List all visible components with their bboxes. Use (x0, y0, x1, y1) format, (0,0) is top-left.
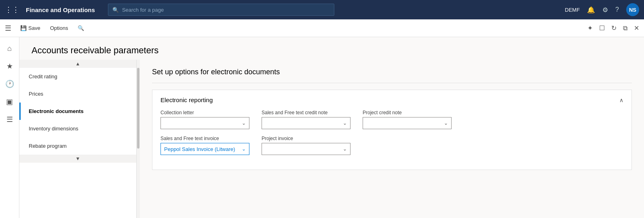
nav-item-inventory-dimensions[interactable]: Inventory dimensions (19, 120, 136, 137)
project-credit-note-group: Project credit note ⌄ (363, 110, 452, 129)
two-col-layout: ▲ Credit rating Prices Electronic docume… (19, 60, 644, 218)
section-divider (152, 83, 632, 83)
sales-free-invoice-group: Sales and Free text invoice Peppol Sales… (160, 136, 249, 155)
sales-free-credit-note-value (265, 120, 343, 126)
cmd-bar-right: ✦ ☐ ↻ ⧉ ✕ (587, 24, 639, 32)
collection-letter-value (164, 120, 242, 126)
collection-letter-label: Collection letter (160, 110, 249, 115)
nav-item-credit-rating[interactable]: Credit rating (19, 68, 136, 85)
sub-section-header: Electronic reporting ∧ (160, 96, 623, 103)
avatar[interactable]: NS (626, 3, 639, 16)
favorites-icon[interactable]: ★ (2, 58, 18, 74)
search-icon: 🔍 (112, 7, 119, 13)
settings-icon[interactable]: ⚙ (602, 6, 608, 14)
personalize-icon[interactable]: ✦ (587, 24, 593, 32)
options-button[interactable]: Options (46, 23, 72, 33)
chevron-down-icon: ⌄ (242, 120, 246, 126)
sales-free-invoice-value: Peppol Sales Invoice (Litware) (164, 146, 242, 152)
search-bar[interactable]: 🔍 Search for a page (108, 4, 334, 16)
env-label: DEMF (565, 7, 580, 13)
side-icon-bar: ⌂ ★ 🕐 ▣ ☰ (0, 37, 19, 218)
project-invoice-group: Project invoice ⌄ (262, 136, 351, 155)
hamburger-icon[interactable]: ☰ (5, 24, 11, 33)
project-credit-note-value (366, 120, 444, 126)
sub-section-title: Electronic reporting (160, 96, 213, 103)
command-bar: ☰ 💾 Save Options 🔍 ✦ ☐ ↻ ⧉ ✕ (0, 19, 644, 37)
nav-item-prices[interactable]: Prices (19, 85, 136, 103)
scroll-up-button[interactable]: ▲ (19, 60, 136, 68)
project-invoice-label: Project invoice (262, 136, 351, 141)
collection-letter-group: Collection letter ⌄ (160, 110, 249, 129)
grid-icon[interactable]: ⋮⋮ (5, 5, 19, 14)
modules-icon[interactable]: ☰ (2, 111, 18, 128)
refresh-icon[interactable]: ↻ (611, 24, 617, 32)
search-cmd-icon: 🔍 (78, 25, 84, 31)
form-row-2: Sales and Free text invoice Peppol Sales… (160, 136, 623, 155)
chevron-down-icon-5: ⌄ (343, 146, 347, 152)
form-row-1: Collection letter ⌄ Sales and Free text … (160, 110, 623, 129)
collection-letter-select[interactable]: ⌄ (160, 117, 249, 129)
right-panel: Set up options for electronic documents … (140, 60, 644, 218)
left-nav-scrollbar[interactable] (137, 60, 140, 218)
project-credit-note-label: Project credit note (363, 110, 452, 115)
open-in-new-icon[interactable]: ☐ (599, 24, 605, 32)
save-icon: 💾 (20, 25, 27, 31)
collapse-button[interactable]: ∧ (619, 97, 623, 103)
save-label: Save (28, 25, 40, 31)
content-area: Accounts receivable parameters ▲ Credit … (19, 37, 644, 218)
sales-free-credit-note-group: Sales and Free text credit note ⌄ (262, 110, 351, 129)
workspaces-icon[interactable]: ▣ (2, 94, 18, 110)
sales-free-invoice-select[interactable]: Peppol Sales Invoice (Litware) ⌄ (160, 143, 249, 155)
page-title: Accounts receivable parameters (32, 45, 632, 56)
chevron-down-icon-4: ⌄ (242, 146, 246, 152)
notification-icon[interactable]: 🔔 (587, 6, 595, 14)
app-title: Finance and Operations (26, 6, 95, 13)
project-invoice-select[interactable]: ⌄ (262, 143, 351, 155)
save-button[interactable]: 💾 Save (16, 23, 44, 33)
close-icon[interactable]: ✕ (634, 24, 639, 32)
search-placeholder: Search for a page (122, 7, 164, 13)
chevron-down-icon-2: ⌄ (343, 120, 347, 126)
chevron-down-icon-3: ⌄ (444, 120, 448, 126)
nav-item-rebate-program[interactable]: Rebate program (19, 137, 136, 155)
page-title-bar: Accounts receivable parameters (19, 37, 644, 60)
home-icon[interactable]: ⌂ (2, 40, 18, 57)
sales-free-invoice-label: Sales and Free text invoice (160, 136, 249, 141)
section-title: Set up options for electronic documents (152, 68, 632, 76)
main-layout: ⌂ ★ 🕐 ▣ ☰ Accounts receivable parameters… (0, 37, 644, 218)
top-nav: ⋮⋮ Finance and Operations 🔍 Search for a… (0, 0, 644, 19)
popout-icon[interactable]: ⧉ (623, 25, 627, 32)
project-credit-note-select[interactable]: ⌄ (363, 117, 452, 129)
scroll-down-button[interactable]: ▼ (19, 155, 136, 163)
scrollbar-thumb[interactable] (137, 68, 139, 149)
electronic-reporting-section: Electronic reporting ∧ Collection letter… (152, 90, 632, 170)
left-nav-panel: ▲ Credit rating Prices Electronic docume… (19, 60, 137, 218)
project-invoice-value (265, 146, 343, 152)
sales-free-credit-note-select[interactable]: ⌄ (262, 117, 351, 129)
nav-right: DEMF 🔔 ⚙ ? NS (565, 3, 639, 16)
search-cmd-button[interactable]: 🔍 (74, 23, 88, 33)
nav-item-electronic-documents[interactable]: Electronic documents (19, 103, 136, 120)
recent-icon[interactable]: 🕐 (2, 76, 18, 92)
help-icon[interactable]: ? (615, 6, 619, 13)
options-label: Options (50, 25, 68, 31)
sales-free-credit-note-label: Sales and Free text credit note (262, 110, 351, 115)
